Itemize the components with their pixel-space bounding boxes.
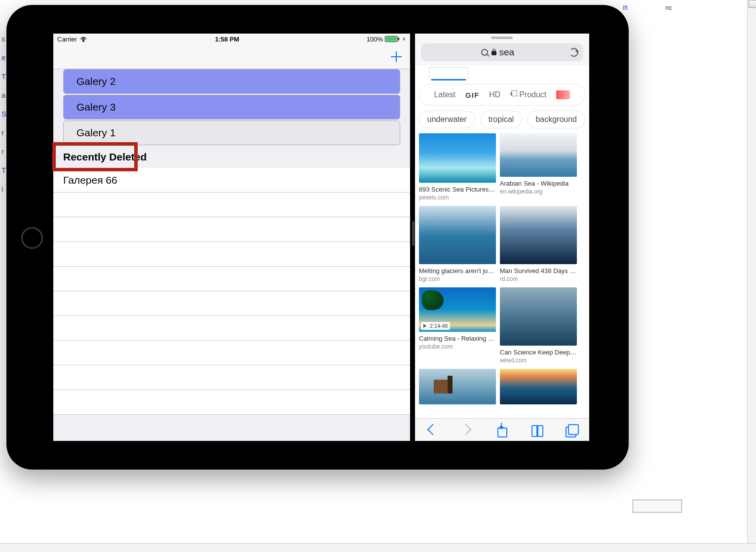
safari-page[interactable]: Latest GIF HD Product underwater tropica… [415,65,589,418]
image-result[interactable]: Can Science Keep Deep Se… wired.com [500,287,577,364]
result-source: bgr.com [419,276,496,282]
galleries-app: Carrier 1:58 PM 100% ⚡︎ Galery 2 [53,34,410,441]
table-row [53,267,410,291]
result-title: Melting glaciers aren't just … [419,267,496,275]
gallery-row-label: Galery 1 [76,127,115,139]
lock-icon [491,49,496,56]
result-title: Man Survived 438 Days Stu… [500,267,577,275]
image-result[interactable] [500,369,577,404]
nav-bar [53,44,410,69]
filter-latest[interactable]: Latest [434,90,455,99]
result-thumbnail: 2:14:48 [419,287,496,332]
gallery-row[interactable]: Galery 2 [63,69,400,94]
address-bar[interactable]: sea [421,43,583,61]
forward-button [461,424,474,436]
result-thumbnail [419,369,496,404]
suggestion-pill[interactable]: tropical [480,111,523,128]
ipad-simulator-frame: Carrier 1:58 PM 100% ⚡︎ Galery 2 [6,5,629,470]
bookmarks-button[interactable] [530,424,543,436]
image-result[interactable]: 2:14:48 Calming Sea - Relaxing 2 H… yout… [419,287,496,364]
result-source: pexels.com [419,194,496,201]
result-title: Can Science Keep Deep Se… [500,349,577,356]
safari-app: sea Latest GIF HD Product underwater tro… [415,34,589,441]
table-row [53,291,410,316]
image-result[interactable]: Melting glaciers aren't just … bgr.com [419,206,496,282]
filter-color-swatch[interactable] [556,90,570,99]
result-thumbnail [500,133,577,177]
battery-percent: 100% [367,36,383,43]
active-search-tab[interactable] [429,67,468,80]
result-title: Arabian Sea - Wikipedia [500,180,577,187]
divider-grip-icon [412,221,415,246]
result-source: youtube.com [419,343,496,350]
filter-hd[interactable]: HD [489,90,500,99]
result-source: rd.com [500,276,577,282]
result-title: Calming Sea - Relaxing 2 H… [419,335,496,342]
result-thumbnail [500,369,577,404]
table-row [53,316,410,341]
image-results-grid: 893 Scenic Sea Pictures · P… pexels.com … [419,133,585,404]
table-row [53,193,410,217]
filter-gif[interactable]: GIF [465,91,479,99]
multitask-handle-icon[interactable] [491,37,513,39]
result-thumbnail [419,206,496,264]
image-result[interactable] [419,369,496,404]
result-title: 893 Scenic Sea Pictures · P… [419,186,496,193]
table-row [53,390,410,415]
tabs-button[interactable] [566,424,578,436]
ipad-screen: Carrier 1:58 PM 100% ⚡︎ Galery 2 [53,34,589,441]
filter-product[interactable]: Product [510,90,546,99]
tag-icon [510,90,517,97]
battery-icon [385,36,399,42]
url-text: sea [499,47,515,58]
result-thumbnail [419,133,496,183]
status-bar: Carrier 1:58 PM 100% ⚡︎ [53,34,410,44]
home-button[interactable] [21,227,43,249]
image-result[interactable]: Man Survived 438 Days Stu… rd.com [500,206,577,282]
result-thumbnail [500,206,577,264]
charging-icon: ⚡︎ [402,36,406,42]
safari-bottom-toolbar [415,418,589,441]
result-source: en.wikipedia.org [500,188,577,195]
filter-bar: Latest GIF HD Product [419,84,585,106]
result-thumbnail [500,287,577,346]
table-row [53,341,410,365]
clock: 1:58 PM [88,36,367,43]
video-length-badge: 2:14:48 [421,322,451,330]
table-row [53,365,410,390]
suggestion-pill[interactable]: background [527,111,585,128]
split-view-divider[interactable] [410,34,415,441]
add-gallery-button[interactable] [390,51,402,63]
image-result[interactable]: 893 Scenic Sea Pictures · P… pexels.com [419,133,496,201]
carrier-label: Carrier [57,36,88,43]
back-button[interactable] [426,424,439,436]
suggestion-pill[interactable]: underwater [419,111,475,128]
table-row [53,242,410,267]
deleted-gallery-row[interactable]: Галерея 66 [53,168,410,193]
section-header-recently-deleted: Recently Deleted [53,146,410,168]
wifi-icon [80,36,88,42]
table-row [53,217,410,242]
gallery-table[interactable]: Galery 2 Galery 3 Galery 1 Recently Dele… [53,69,410,441]
share-button[interactable] [495,424,508,436]
gallery-row-label: Galery 3 [76,101,115,113]
reload-icon[interactable] [569,48,578,57]
gallery-row[interactable]: Galery 3 [63,95,400,119]
result-source: wired.com [500,357,577,364]
image-result[interactable]: Arabian Sea - Wikipedia en.wikipedia.org [500,133,577,201]
gallery-row-label: Галерея 66 [63,174,117,186]
gallery-row-label: Galery 2 [76,76,115,87]
gallery-row[interactable]: Galery 1 [63,120,400,145]
suggestion-pills: underwater tropical background [419,111,585,128]
play-icon [423,324,428,328]
search-icon [481,49,489,56]
